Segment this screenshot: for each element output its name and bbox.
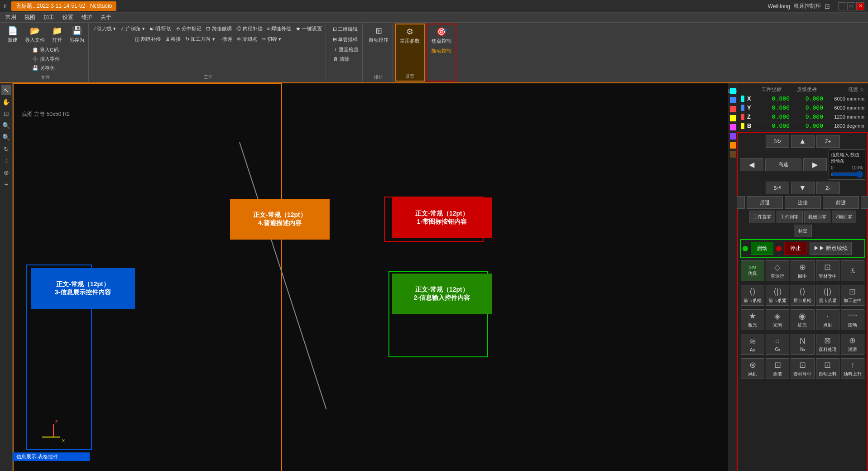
btn-coolpoint[interactable]: ❄ 冷却点 xyxy=(235,35,259,43)
btn-process-center[interactable]: ⊡ 加工进中 xyxy=(841,285,864,306)
tool-rotate[interactable]: ↻ xyxy=(1,144,11,154)
btn-nav-next[interactable]: » xyxy=(861,196,868,209)
btn-zminus[interactable]: Z- xyxy=(816,182,840,194)
layer-color-7[interactable] xyxy=(730,142,736,149)
btn-follow[interactable]: 〰 随动 xyxy=(841,309,864,330)
btn-rear-chuck-loose[interactable]: ⟨⟩ 后卡爪松 xyxy=(791,285,814,306)
layer-color-8[interactable] xyxy=(730,151,736,158)
btn-new[interactable]: 📄 新建 xyxy=(4,24,22,45)
btn-none1[interactable]: 无 xyxy=(841,260,864,281)
btn-connect[interactable]: 连接 xyxy=(785,196,821,209)
btn-auto-feed[interactable]: ⊡ 自动上料 xyxy=(816,358,839,379)
minimize-button[interactable]: — xyxy=(838,2,846,10)
btn-2d-edit[interactable]: ⊡ 二维编辑 xyxy=(331,24,360,34)
btn-micro-connect[interactable]: · 微连 xyxy=(218,35,234,43)
btn-rear-chuck-tight[interactable]: ⟨|⟩ 后卡爪紧 xyxy=(816,285,839,306)
menu-settings[interactable]: 设置 xyxy=(59,13,77,22)
btn-vertical-check[interactable]: ⊥ 重直检查 xyxy=(331,45,360,54)
anno-box-orange[interactable]: 正文-常规（12pt） 4.普通描述内容 xyxy=(230,199,330,240)
btn-waste[interactable]: ⊠ 废料处理 xyxy=(816,334,839,355)
maximize-button[interactable]: □ xyxy=(847,2,855,10)
menu-view[interactable]: 视图 xyxy=(21,13,39,22)
btn-back[interactable]: 后退 xyxy=(747,196,783,209)
anno-box-red[interactable]: 正文-常规（12pt） 1-带图标按钮内容 xyxy=(392,197,492,238)
btn-air[interactable]: ≋ Air xyxy=(741,334,764,355)
btn-forward[interactable]: 前进 xyxy=(823,196,859,209)
btn-right[interactable]: ▶ xyxy=(803,158,827,171)
btn-cut-small[interactable]: ✂ 切碎 ▾ xyxy=(260,35,283,43)
tool-zoom-in[interactable]: 🔍 xyxy=(1,120,11,130)
btn-bridge[interactable]: ⊞ 桥接 xyxy=(163,35,182,43)
tool-node[interactable]: ⊹ xyxy=(1,156,11,166)
menu-common[interactable]: 常用 xyxy=(2,13,20,22)
slider-input[interactable] xyxy=(831,171,863,178)
btn-weld-comp[interactable]: ≡ 焊缝补偿 xyxy=(265,24,293,33)
layer-color-1[interactable] xyxy=(730,88,736,94)
btn-top-rise[interactable]: ↑ 顶料上升 xyxy=(841,358,864,379)
btn-down[interactable]: ▼ xyxy=(791,182,815,194)
btn-zplus[interactable]: Z+ xyxy=(816,135,840,148)
btn-front-chuck-loose[interactable]: ⟨⟩ 前卡爪松 xyxy=(741,285,764,306)
btn-insert-part[interactable]: ➕ 插入零件 xyxy=(30,55,62,63)
btn-start[interactable]: 启动 xyxy=(751,242,773,255)
btn-slag[interactable]: ⊡ 除渣 xyxy=(766,358,789,379)
btn-kerf-comp[interactable]: ◫ 割缝补偿 xyxy=(133,35,163,43)
btn-work-home[interactable]: 工件回零 xyxy=(777,211,803,223)
tool-hand[interactable]: ✋ xyxy=(1,97,11,107)
btn-saveas[interactable]: 💾 另存为 xyxy=(67,24,86,45)
btn-random-ctrl[interactable]: 随动控制 xyxy=(430,47,453,55)
btn-micro-tune[interactable]: ⊡ 跨接微调 xyxy=(204,24,233,33)
btn-n2[interactable]: N N₂ xyxy=(791,334,814,355)
btn-import-gcode[interactable]: 📋 导入G码 xyxy=(30,46,62,54)
btn-shutter[interactable]: ◈ 光闸 xyxy=(766,309,789,330)
btn-dry-run[interactable]: ◇ 空运行 xyxy=(766,260,789,281)
btn-up[interactable]: ▲ xyxy=(791,135,815,148)
canvas-area[interactable]: 底图 方管 50x50 R2 Z X 正文-常规（12pt） 4.普通描述内容 … xyxy=(13,83,737,471)
btn-common-params[interactable]: ⚙ 常用参数 xyxy=(398,25,422,46)
btn-inner-comp[interactable]: ◎ 内径补偿 xyxy=(235,24,264,33)
tool-crosshair[interactable]: + xyxy=(1,179,11,189)
layer-color-3[interactable] xyxy=(730,106,736,112)
btn-b-cw[interactable]: B↺ xyxy=(766,182,789,194)
btn-tube-guide2[interactable]: ⊡ 管材导中 xyxy=(791,358,814,379)
btn-high-speed[interactable]: 高速 xyxy=(765,159,801,171)
menu-maintenance[interactable]: 维护 xyxy=(78,13,96,22)
layer-color-6[interactable] xyxy=(730,133,736,139)
tool-zoom-out[interactable]: 🔍 xyxy=(1,132,11,142)
btn-o2[interactable]: ○ O₂ xyxy=(766,334,789,355)
layer-color-2[interactable] xyxy=(730,97,736,103)
btn-tube-guide[interactable]: ⊡ 管材导中 xyxy=(816,260,839,281)
layer-color-4[interactable] xyxy=(730,115,736,121)
btn-process-dir[interactable]: ↻ 加工方向 ▾ xyxy=(183,35,216,43)
btn-stop[interactable]: 停止 xyxy=(784,242,807,255)
btn-open[interactable]: 📁 打开 xyxy=(48,24,66,45)
btn-work-zero[interactable]: 工件置零 xyxy=(749,211,775,223)
btn-lube[interactable]: ⊕ 润滑 xyxy=(841,334,864,355)
btn-one-key[interactable]: ★ 一键设置 xyxy=(294,24,324,33)
btn-single-shot[interactable]: · 点射 xyxy=(816,309,839,330)
btn-red-light[interactable]: ◉ 红光 xyxy=(791,309,814,330)
tool-select[interactable]: ↖ xyxy=(1,85,11,95)
btn-fan[interactable]: ⊗ 风机 xyxy=(741,358,764,379)
layer-color-5[interactable] xyxy=(730,124,736,130)
btn-lead-line[interactable]: / 引刀线 ▾ xyxy=(92,24,118,33)
close-button[interactable]: ✕ xyxy=(856,2,864,10)
btn-z-home[interactable]: Z轴回零 xyxy=(832,211,856,223)
anno-box-blue[interactable]: 正文-常规（12pt） 3-信息展示控件内容 xyxy=(31,268,135,309)
window-buttons[interactable]: — □ ✕ xyxy=(838,2,864,10)
btn-single-tube[interactable]: ⊞ 单管排样 xyxy=(331,35,360,44)
btn-mingyang[interactable]: ☯ 明/阳切 xyxy=(148,24,173,33)
btn-focus-control[interactable]: 🎯 焦点控制 xyxy=(429,25,454,46)
btn-front-chuck-tight[interactable]: ⟨|⟩ 前卡爪紧 xyxy=(766,285,789,306)
btn-center-btn[interactable]: ⊕ 回中 xyxy=(791,260,814,281)
btn-b-ccw[interactable]: B↻ xyxy=(766,135,789,148)
btn-saveas2[interactable]: 💾 另存为 xyxy=(30,64,62,72)
btn-chamfer[interactable]: ∠ 广倒角 ▾ xyxy=(119,24,147,33)
btn-continue[interactable]: ▶▶ 断点续续 xyxy=(810,242,852,255)
btn-laser[interactable]: ★ 激光 xyxy=(741,309,764,330)
btn-left[interactable]: ◀ xyxy=(740,158,763,171)
btn-center[interactable]: ⊕ 分中标记 xyxy=(174,24,203,33)
btn-import[interactable]: 📂 导入文件 xyxy=(23,24,47,45)
btn-auto-sort[interactable]: ⊞ 自动排序 xyxy=(366,24,391,45)
btn-mech-home[interactable]: 机械回零 xyxy=(804,211,830,223)
